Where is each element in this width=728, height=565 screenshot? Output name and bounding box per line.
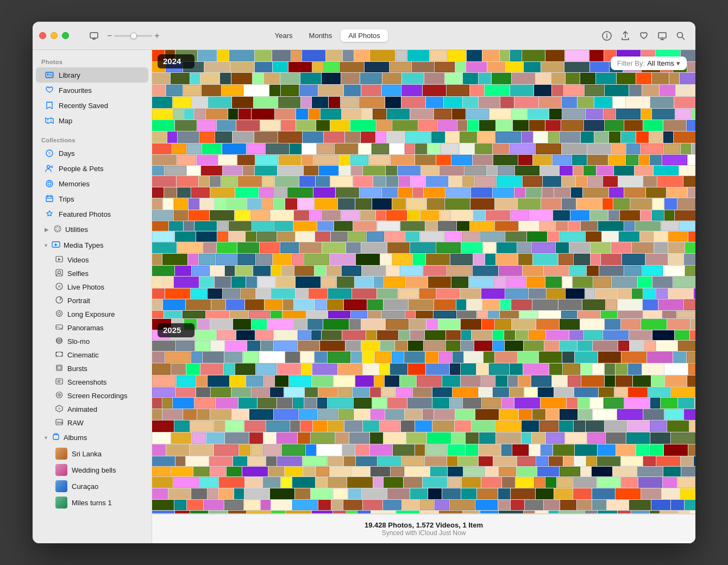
svg-point-17 (48, 152, 51, 154)
sidebar-item-recently-saved[interactable]: Recently Saved (36, 98, 148, 113)
curacao-thumb (55, 480, 67, 492)
map-label: Map (59, 117, 72, 125)
traffic-lights (39, 32, 69, 39)
collections-section-header: Collections (33, 133, 152, 146)
info-icon[interactable] (599, 28, 615, 44)
animated-label: Animated (67, 405, 97, 413)
svg-rect-48 (61, 355, 62, 356)
sidebar-item-curacao[interactable]: Curaçao (36, 478, 148, 494)
sidebar-item-long-exposure[interactable]: Long Exposure (36, 307, 148, 321)
library-label: Library (59, 71, 80, 79)
sidebar-item-sri-lanka[interactable]: Sri Lanka (36, 445, 148, 462)
photo-grid-container[interactable]: Filter By: All Items ▾ (152, 50, 695, 514)
trips-label: Trips (59, 195, 74, 203)
filter-value: All Items (647, 59, 674, 67)
library-icon (45, 70, 54, 80)
sidebar-item-trips[interactable]: Trips (36, 191, 148, 206)
status-sub-text: Synced with iCloud Just Now (382, 529, 466, 537)
sidebar-item-miles-turns-1[interactable]: Miles turns 1 (36, 494, 148, 511)
screen-recordings-label: Screen Recordings (67, 392, 128, 400)
screen-recordings-icon (55, 391, 63, 400)
svg-rect-46 (61, 352, 62, 353)
months-tab[interactable]: Months (302, 29, 340, 42)
zoom-minus-icon[interactable]: − (107, 31, 112, 41)
utilities-icon (53, 224, 62, 235)
sidebar-item-live-photos[interactable]: Live Photos (36, 280, 148, 294)
slo-mo-label: Slo-mo (67, 337, 90, 346)
svg-point-56 (58, 407, 60, 410)
svg-point-54 (59, 394, 60, 395)
wedding-bells-thumb (55, 464, 67, 476)
media-types-arrow-icon: ▾ (45, 242, 47, 248)
titlebar-right-icons (599, 28, 689, 44)
sidebar-item-animated[interactable]: Animated (36, 403, 148, 416)
sidebar-item-cinematic[interactable]: Cinematic (36, 348, 148, 362)
svg-rect-59 (53, 435, 59, 440)
sidebar-item-raw[interactable]: RAW RAW (36, 416, 148, 430)
sidebar-item-screenshots[interactable]: Screenshots (36, 375, 148, 389)
favorite-icon[interactable] (636, 28, 652, 44)
svg-point-31 (58, 285, 61, 288)
raw-icon: RAW (55, 418, 63, 428)
svg-point-20 (46, 180, 53, 187)
tv-icon[interactable] (86, 28, 102, 43)
sidebar-item-bursts[interactable]: Bursts (36, 362, 148, 375)
svg-line-10 (682, 37, 684, 39)
raw-label: RAW (67, 419, 84, 427)
svg-point-5 (606, 33, 607, 34)
filter-arrow-icon: ▾ (676, 59, 680, 67)
search-icon[interactable] (673, 28, 689, 44)
photo-grid-canvas[interactable] (152, 50, 695, 514)
favourites-label: Favourites (59, 86, 92, 95)
portrait-icon (55, 296, 63, 305)
svg-point-21 (48, 182, 51, 185)
utilities-label: Utilities (65, 225, 88, 234)
status-bar: 19.428 Photos, 1.572 Videos, 1 Item Sync… (152, 514, 695, 543)
sidebar-item-media-types-header[interactable]: ▾ Media Types (36, 237, 148, 253)
sidebar-item-portrait[interactable]: Portrait (36, 294, 148, 307)
years-tab[interactable]: Years (267, 29, 300, 42)
albums-arrow-icon: ▾ (45, 435, 47, 441)
days-icon (45, 148, 54, 158)
portrait-label: Portrait (67, 297, 90, 305)
sri-lanka-label: Sri Lanka (72, 450, 102, 458)
titlebar-controls: − + (86, 28, 160, 43)
zoom-plus-icon[interactable]: + (154, 31, 159, 41)
sidebar-item-albums-header[interactable]: ▾ Albums (36, 430, 148, 445)
share-icon[interactable] (617, 28, 633, 44)
minimize-button[interactable] (51, 32, 58, 39)
maximize-button[interactable] (62, 32, 69, 39)
sidebar-item-videos[interactable]: Videos (36, 253, 148, 267)
bursts-label: Bursts (67, 365, 87, 373)
filter-bar[interactable]: Filter By: All Items ▾ (611, 56, 687, 70)
memories-icon (45, 179, 54, 189)
sidebar-item-selfies[interactable]: Selfies (36, 267, 148, 280)
sidebar-item-panoramas[interactable]: Panoramas (36, 321, 148, 335)
status-main-text: 19.428 Photos, 1.572 Videos, 1 Item (365, 521, 483, 529)
cinematic-label: Cinematic (67, 351, 99, 359)
sidebar-item-people-pets[interactable]: People & Pets (36, 161, 148, 176)
sidebar-item-slo-mo[interactable]: Slo-mo (36, 335, 148, 348)
close-button[interactable] (39, 32, 46, 39)
sidebar-item-memories[interactable]: Memories (36, 176, 148, 191)
sidebar-item-days[interactable]: Days (36, 146, 148, 161)
all-photos-tab[interactable]: All Photos (341, 29, 388, 42)
zoom-slider[interactable]: − + (107, 31, 160, 41)
panoramas-label: Panoramas (67, 324, 103, 332)
main-area: Filter By: All Items ▾ 19.428 Photos, 1.… (152, 50, 695, 543)
sidebar-item-utilities[interactable]: ▶ Utilities (36, 222, 148, 237)
sidebar-item-wedding-bells[interactable]: Wedding bells (36, 462, 148, 478)
selfies-icon (55, 269, 63, 278)
live-photos-label: Live Photos (67, 283, 104, 291)
animated-icon (55, 405, 63, 414)
sidebar-item-featured-photos[interactable]: Featured Photos (36, 206, 148, 222)
bursts-icon (55, 364, 63, 373)
featured-photos-icon (45, 209, 54, 219)
memories-label: Memories (59, 180, 90, 188)
svg-rect-50 (58, 366, 61, 369)
slideshow-icon[interactable] (654, 28, 670, 44)
sidebar-item-screen-recordings[interactable]: Screen Recordings (36, 389, 148, 403)
sidebar-item-map[interactable]: Map (36, 113, 148, 128)
sidebar-item-favourites[interactable]: Favourites (36, 83, 148, 98)
sidebar-item-library[interactable]: Library (36, 67, 148, 83)
